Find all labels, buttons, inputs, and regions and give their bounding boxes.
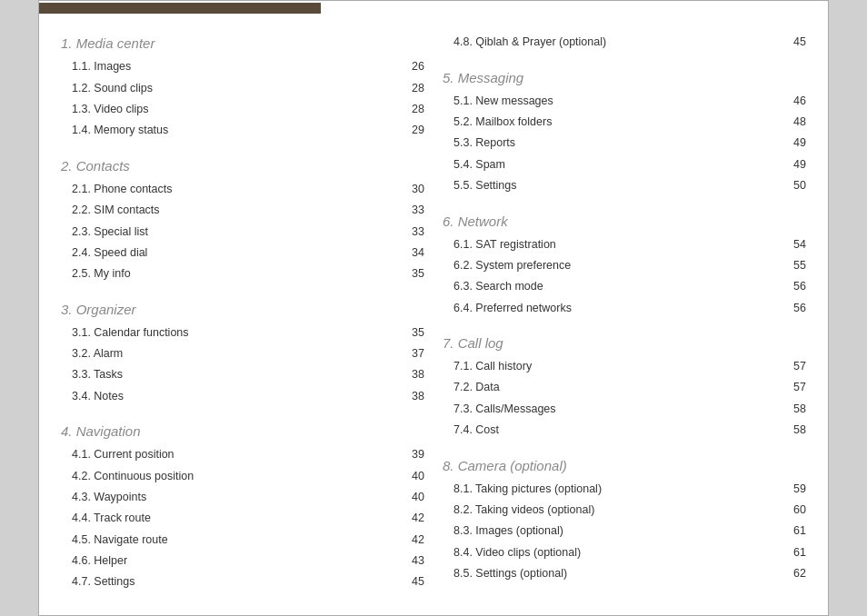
toc-page: 33 [399, 202, 424, 219]
toc-label: 6.1. SAT registration [453, 236, 781, 253]
toc-page: 39 [399, 446, 424, 463]
toc-label: 5.3. Reports [453, 134, 781, 152]
toc-item: 8.3. Images (optional)61 [443, 521, 806, 541]
toc-label: 1.1. Images [72, 58, 399, 75]
right-column: 4.8. Qiblah & Prayer (optional)455. Mess… [443, 32, 806, 593]
toc-label: 4.5. Navigate route [72, 532, 399, 549]
left-column: 1. Media center1.1. Images261.2. Sound c… [61, 32, 424, 593]
toc-page: 62 [781, 565, 806, 582]
toc-page: 60 [781, 502, 806, 519]
toc-label: 3.3. Tasks [72, 366, 399, 383]
toc-item: 7.2. Data57 [443, 377, 806, 398]
toc-label: 5.1. New messages [453, 93, 781, 110]
toc-label: 8.4. Video clips (optional) [453, 544, 781, 561]
toc-label: 4.3. Waypoints [72, 489, 399, 506]
toc-label: 6.2. System preference [453, 257, 781, 274]
toc-label: 4.6. Helper [72, 552, 399, 570]
section-title: 3. Organizer [61, 302, 424, 317]
toc-label: 2.2. SIM contacts [72, 202, 399, 219]
toc-item: 3.1. Calendar functions35 [61, 323, 424, 343]
toc-label: 7.3. Calls/Messages [453, 401, 781, 418]
toc-label: 5.2. Mailbox folders [453, 114, 781, 131]
section-title: 4. Navigation [61, 423, 424, 439]
toc-page: 28 [399, 101, 424, 118]
toc-page: 61 [781, 522, 806, 540]
toc-page: 38 [399, 366, 424, 383]
section-title: 2. Contacts [61, 158, 424, 174]
toc-item: 5.5. Settings50 [443, 175, 806, 196]
toc-label: 8.5. Settings (optional) [453, 565, 781, 582]
toc-page: 56 [781, 278, 806, 295]
toc-page: 54 [781, 236, 806, 253]
toc-item: 3.4. Notes38 [61, 386, 424, 407]
toc-label: 1.2. Sound clips [72, 80, 399, 97]
toc-item: 2.3. Special list33 [61, 222, 424, 243]
toc-page: 42 [399, 532, 424, 549]
toc-item: 4.3. Waypoints40 [61, 487, 424, 508]
toc-item: 7.4. Cost58 [443, 420, 806, 441]
toc-item: 2.5. My info35 [61, 263, 424, 284]
toc-label: 3.2. Alarm [72, 345, 399, 363]
toc-page: 42 [399, 510, 424, 527]
toc-label: 3.4. Notes [72, 388, 399, 405]
toc-page: 58 [781, 401, 806, 418]
toc-item: 5.4. Spam49 [443, 154, 806, 175]
toc-page: 40 [399, 468, 424, 485]
toc-item: 5.1. New messages46 [443, 91, 806, 112]
toc-label: 2.3. Special list [72, 224, 399, 241]
toc-item: 4.6. Helper43 [61, 551, 424, 571]
toc-page: 34 [399, 244, 424, 262]
toc-label: 8.2. Taking videos (optional) [453, 502, 781, 519]
toc-item: 8.5. Settings (optional)62 [443, 563, 806, 584]
toc-page: 45 [399, 573, 424, 591]
toc-item: 6.2. System preference55 [443, 255, 806, 276]
toc-item: 2.4. Speed dial34 [61, 243, 424, 263]
toc-page: 26 [399, 58, 424, 75]
section-title: 8. Camera (optional) [443, 458, 806, 473]
toc-label: 2.1. Phone contacts [72, 181, 399, 198]
toc-page: 28 [399, 80, 424, 97]
toc-page: 35 [399, 265, 424, 283]
toc-page: 58 [781, 422, 806, 439]
toc-item: 4.4. Track route42 [61, 508, 424, 529]
toc-label: 4.4. Track route [72, 510, 399, 527]
toc-page: 57 [781, 358, 806, 375]
section-title: 6. Network [443, 214, 806, 229]
toc-label: 3.1. Calendar functions [72, 324, 399, 342]
toc-item: 4.5. Navigate route42 [61, 530, 424, 551]
toc-label: 8.3. Images (optional) [453, 522, 781, 540]
toc-page: 38 [399, 388, 424, 405]
toc-page: 37 [399, 345, 424, 363]
toc-page: 59 [781, 481, 806, 498]
toc-item: 1.2. Sound clips28 [61, 78, 424, 99]
section-title: 7. Call log [443, 335, 806, 351]
toc-label: 7.4. Cost [453, 422, 781, 439]
toc-item: 1.4. Memory status29 [61, 120, 424, 141]
toc-item: 8.2. Taking videos (optional)60 [443, 500, 806, 521]
toc-page: 45 [781, 34, 806, 51]
toc-item: 3.3. Tasks38 [61, 364, 424, 385]
toc-label: 4.2. Continuous position [72, 468, 399, 485]
toc-item: 7.1. Call history57 [443, 356, 806, 377]
toc-item: 2.2. SIM contacts33 [61, 200, 424, 221]
toc-item: 6.4. Preferred networks56 [443, 298, 806, 319]
toc-page: 30 [399, 181, 424, 198]
toc-page: 43 [399, 552, 424, 570]
toc-label: 7.1. Call history [453, 358, 781, 375]
toc-item: 6.1. SAT registration54 [443, 234, 806, 255]
toc-page: 57 [781, 379, 806, 396]
toc-page: 46 [781, 93, 806, 110]
toc-item: 4.8. Qiblah & Prayer (optional)45 [443, 32, 806, 53]
section-title: 1. Media center [61, 35, 424, 51]
toc-label: 8.1. Taking pictures (optional) [453, 481, 781, 498]
toc-label: 1.3. Video clips [72, 101, 399, 118]
toc-page: 55 [781, 257, 806, 274]
header-bar [39, 3, 321, 14]
toc-label: 6.4. Preferred networks [453, 300, 781, 317]
toc-page: 61 [781, 544, 806, 561]
toc-item: 5.3. Reports49 [443, 133, 806, 154]
section-title: 5. Messaging [443, 70, 806, 85]
toc-label: 2.4. Speed dial [72, 244, 399, 262]
toc-label: 6.3. Search mode [453, 278, 781, 295]
toc-item: 6.3. Search mode56 [443, 276, 806, 297]
